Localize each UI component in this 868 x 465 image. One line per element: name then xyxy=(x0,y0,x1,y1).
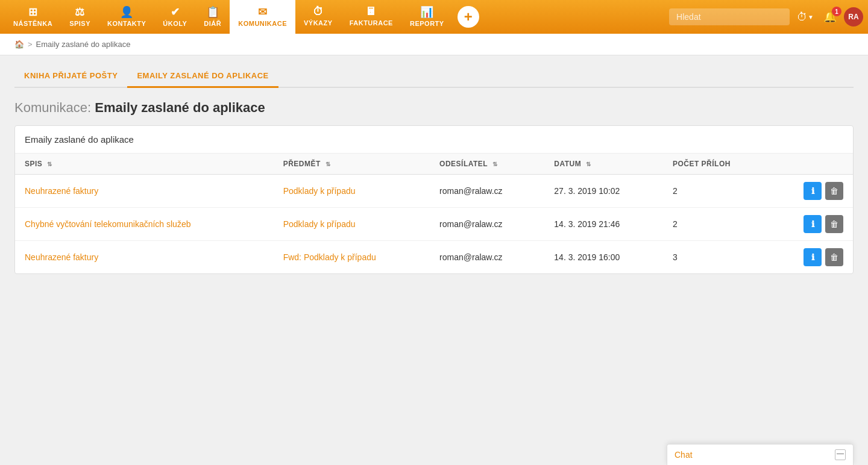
nav-label-kontakty: KONTAKTY xyxy=(107,20,146,27)
nav-item-nastanka[interactable]: ⊞ NÁSTĚNKA xyxy=(5,0,61,34)
nav-item-spisy[interactable]: ⚖ SPISY xyxy=(61,0,99,34)
delete-button-2[interactable]: 🗑 xyxy=(825,248,843,266)
spis-link-0[interactable]: Neuhrazené faktury xyxy=(25,186,98,196)
nav-item-ukoly[interactable]: ✔ ÚKOLY xyxy=(154,0,195,34)
nav-label-nastanka: NÁSTĚNKA xyxy=(13,20,52,27)
cell-datum-0: 27. 3. 2019 10:02 xyxy=(544,175,663,208)
ukoly-icon: ✔ xyxy=(171,5,180,19)
reporty-icon: 📊 xyxy=(420,5,434,19)
nav-item-komunikace[interactable]: ✉ KOMUNIKACE xyxy=(230,0,295,34)
nav-label-komunikace: KOMUNIKACE xyxy=(238,20,287,27)
page-title-label: Komunikace: xyxy=(14,100,91,115)
chat-widget: Chat — xyxy=(667,444,854,465)
nav-label-reporty: REPORTY xyxy=(410,20,444,27)
cell-pocet-2: 3 xyxy=(663,241,770,274)
table-card-title: Emaily zaslané do aplikace xyxy=(15,126,853,154)
cell-actions-0: ℹ 🗑 xyxy=(770,175,853,208)
cell-pocet-0: 2 xyxy=(663,175,770,208)
col-odesilatel[interactable]: ODESÍLATEL ⇅ xyxy=(430,154,544,175)
col-datum[interactable]: DATUM ⇅ xyxy=(544,154,663,175)
dropdown-arrow: ▼ xyxy=(808,14,814,20)
nav-item-fakturace[interactable]: 🖩 FAKTURACE xyxy=(341,0,401,34)
notification-badge: 1 xyxy=(832,7,841,16)
fakturace-icon: 🖩 xyxy=(366,5,377,18)
spis-link-1[interactable]: Chybné vyčtování telekomunikačních služe… xyxy=(25,219,190,229)
top-navigation: ⊞ NÁSTĚNKA ⚖ SPISY 👤 KONTAKTY ✔ ÚKOLY 📋 … xyxy=(0,0,868,34)
clock-icon: ⏱ xyxy=(797,11,808,23)
cell-datum-1: 14. 3. 2019 21:46 xyxy=(544,208,663,241)
cell-odesilatel-2: roman@ralaw.cz xyxy=(430,241,544,274)
sort-icon-datum: ⇅ xyxy=(586,161,591,167)
kontakty-icon: 👤 xyxy=(120,5,134,19)
nastanka-icon: ⊞ xyxy=(28,5,38,19)
diar-icon: 📋 xyxy=(206,5,220,19)
predmet-link-0[interactable]: Podklady k případu xyxy=(283,186,356,196)
table-body: Neuhrazené faktury Podklady k případu ro… xyxy=(15,175,853,274)
notification-button[interactable]: 🔔 1 xyxy=(821,8,839,26)
cell-datum-2: 14. 3. 2019 16:00 xyxy=(544,241,663,274)
nav-right: ⏱ ▼ 🔔 1 RA xyxy=(669,7,863,27)
sort-icon-odesilatel: ⇅ xyxy=(492,161,498,167)
table-row: Neuhrazené faktury Fwd: Podklady k přípa… xyxy=(15,241,853,274)
cell-predmet-0: Podklady k případu xyxy=(274,175,430,208)
delete-button-0[interactable]: 🗑 xyxy=(825,182,843,200)
nav-label-ukoly: ÚKOLY xyxy=(163,20,187,27)
cell-spis-0: Neuhrazené faktury xyxy=(15,175,274,208)
page-content: KNIHA PŘIJATÉ POŠTY EMAILY ZASLANÉ DO AP… xyxy=(0,55,868,465)
col-spis[interactable]: SPIS ⇅ xyxy=(15,154,274,175)
nav-item-vykazy[interactable]: ⏱ VÝKAZY xyxy=(295,0,341,34)
col-pocet-priloh: POČET PŘÍLOH xyxy=(663,154,770,175)
komunikace-icon: ✉ xyxy=(258,5,268,19)
cell-actions-1: ℹ 🗑 xyxy=(770,208,853,241)
home-icon[interactable]: 🏠 xyxy=(14,40,24,49)
info-button-0[interactable]: ℹ xyxy=(804,182,822,200)
predmet-link-2[interactable]: Fwd: Podklady k případu xyxy=(283,252,376,262)
info-button-1[interactable]: ℹ xyxy=(804,215,822,233)
cell-spis-2: Neuhrazené faktury xyxy=(15,241,274,274)
emails-table: SPIS ⇅ PŘEDMĚT ⇅ ODESÍLATEL ⇅ DATUM ⇅ xyxy=(15,154,853,273)
table-header-row: SPIS ⇅ PŘEDMĚT ⇅ ODESÍLATEL ⇅ DATUM ⇅ xyxy=(15,154,853,175)
tab-emaily-zaslane[interactable]: EMAILY ZASLANÉ DO APLIKACE xyxy=(127,65,278,88)
sort-icon-predmet: ⇅ xyxy=(326,161,331,167)
nav-label-fakturace: FAKTURACE xyxy=(350,19,393,27)
chat-minimize-button[interactable]: — xyxy=(835,449,846,460)
col-predmet[interactable]: PŘEDMĚT ⇅ xyxy=(274,154,430,175)
cell-predmet-1: Podklady k případu xyxy=(274,208,430,241)
spis-link-2[interactable]: Neuhrazené faktury xyxy=(25,252,98,262)
add-button[interactable]: + xyxy=(458,6,479,28)
cell-spis-1: Chybné vyčtování telekomunikačních služe… xyxy=(15,208,274,241)
cell-predmet-2: Fwd: Podklady k případu xyxy=(274,241,430,274)
avatar-button[interactable]: RA xyxy=(844,7,863,27)
breadcrumb: 🏠 > Emaily zaslané do aplikace xyxy=(0,34,868,55)
cell-odesilatel-0: roman@ralaw.cz xyxy=(430,175,544,208)
breadcrumb-current: Emaily zaslané do aplikace xyxy=(36,40,131,49)
clock-icon-button[interactable]: ⏱ ▼ xyxy=(794,8,816,26)
page-title-main: Emaily zaslané do aplikace xyxy=(95,100,265,115)
avatar-initials: RA xyxy=(848,13,858,21)
emails-table-card: Emaily zaslané do aplikace SPIS ⇅ PŘEDMĚ… xyxy=(14,125,854,274)
sort-icon-spis: ⇅ xyxy=(47,161,52,167)
nav-item-diar[interactable]: 📋 DIÁŘ xyxy=(195,0,230,34)
page-title: Komunikace: Emaily zaslané do aplikace xyxy=(14,100,854,116)
cell-odesilatel-1: roman@ralaw.cz xyxy=(430,208,544,241)
tab-kniha-prijate-posty[interactable]: KNIHA PŘIJATÉ POŠTY xyxy=(14,65,127,88)
spisy-icon: ⚖ xyxy=(75,5,85,19)
vykazy-icon: ⏱ xyxy=(313,5,324,18)
delete-button-1[interactable]: 🗑 xyxy=(825,215,843,233)
chat-label: Chat xyxy=(675,450,693,460)
tabs: KNIHA PŘIJATÉ POŠTY EMAILY ZASLANÉ DO AP… xyxy=(14,65,854,88)
cell-pocet-1: 2 xyxy=(663,208,770,241)
nav-items: ⊞ NÁSTĚNKA ⚖ SPISY 👤 KONTAKTY ✔ ÚKOLY 📋 … xyxy=(5,0,669,34)
breadcrumb-separator: > xyxy=(28,40,33,49)
nav-label-spisy: SPISY xyxy=(69,20,90,27)
table-row: Chybné vyčtování telekomunikačních služe… xyxy=(15,208,853,241)
minimize-icon: — xyxy=(837,449,844,458)
nav-label-diar: DIÁŘ xyxy=(204,20,221,27)
search-input[interactable] xyxy=(669,8,790,25)
nav-label-vykazy: VÝKAZY xyxy=(304,19,333,27)
table-row: Neuhrazené faktury Podklady k případu ro… xyxy=(15,175,853,208)
info-button-2[interactable]: ℹ xyxy=(804,248,822,266)
nav-item-kontakty[interactable]: 👤 KONTAKTY xyxy=(99,0,154,34)
predmet-link-1[interactable]: Podklady k případu xyxy=(283,219,356,229)
nav-item-reporty[interactable]: 📊 REPORTY xyxy=(401,0,453,34)
